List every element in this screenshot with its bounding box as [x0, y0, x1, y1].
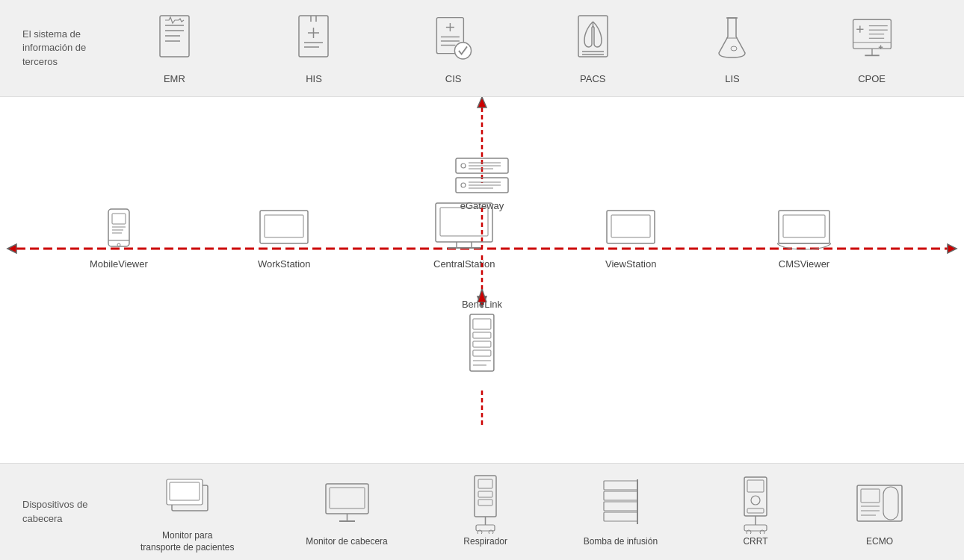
- cms-viewer-label: CMSViewer: [779, 258, 829, 270]
- svg-point-105: [751, 496, 760, 505]
- svg-rect-112: [861, 489, 880, 503]
- device-monitor-cabecera: Monitor de cabecera: [306, 476, 387, 548]
- svg-rect-99: [604, 491, 637, 500]
- middle-section: eGateway MobileViewer WorkStat: [0, 97, 964, 463]
- svg-point-46: [461, 183, 466, 187]
- svg-rect-76: [473, 332, 491, 338]
- benelink-area: BeneLink: [462, 299, 502, 373]
- bottom-section-label: Dispositivos de cabecera: [22, 498, 105, 525]
- svg-rect-70: [779, 211, 829, 243]
- emr-icon: [152, 13, 197, 69]
- his-label: HIS: [306, 73, 322, 84]
- cpoe-icon: [850, 13, 895, 69]
- his-icon: [291, 13, 336, 69]
- bottom-section: Dispositivos de cabecera Monitor paratra…: [0, 463, 964, 560]
- svg-rect-108: [744, 525, 767, 531]
- mobile-viewer-device: MobileViewer: [90, 208, 148, 270]
- bomba-label: Bomba de infusión: [584, 536, 658, 548]
- top-section: El sistema de información de terceros EM…: [0, 0, 964, 97]
- svg-rect-57: [112, 214, 126, 224]
- respirador-icon: [460, 476, 512, 532]
- device-respirador: Respirador: [460, 476, 512, 548]
- emr-label: EMR: [164, 73, 185, 84]
- benelink-icon: [466, 313, 498, 373]
- svg-rect-69: [611, 215, 650, 237]
- mobile-viewer-icon: [101, 208, 137, 254]
- benelink-down-connector: [475, 391, 489, 428]
- device-crrt: CRRT: [729, 476, 782, 548]
- device-bomba: Bomba de infusión: [584, 476, 658, 548]
- benelink-arrow: [475, 289, 489, 302]
- svg-rect-71: [783, 215, 825, 237]
- svg-rect-78: [473, 350, 491, 356]
- bomba-icon: [594, 476, 646, 532]
- central-station-icon: [434, 202, 494, 254]
- ecmo-label: ECMO: [866, 536, 893, 548]
- svg-rect-64: [440, 208, 488, 236]
- crrt-icon: [729, 476, 782, 532]
- workstation-device: WorkStation: [258, 208, 311, 270]
- view-station-device: ViewStation: [605, 208, 656, 270]
- svg-point-18: [454, 42, 471, 58]
- cis-icon: [431, 13, 476, 69]
- svg-rect-90: [475, 476, 496, 517]
- pacs-icon: [570, 13, 615, 69]
- workstation-label: WorkStation: [258, 258, 311, 270]
- egateway-icon: [452, 157, 512, 196]
- cms-viewer-device: CMSViewer: [777, 208, 831, 270]
- crrt-label: CRRT: [743, 536, 767, 548]
- system-his: HIS: [291, 13, 336, 84]
- system-cis: CIS: [431, 13, 476, 84]
- svg-rect-98: [604, 481, 637, 490]
- lis-icon: [710, 13, 755, 69]
- device-ecmo: ECMO: [853, 476, 906, 548]
- svg-rect-68: [607, 211, 655, 243]
- svg-rect-75: [473, 319, 491, 329]
- respirador-label: Respirador: [463, 536, 507, 548]
- device-monitor-transport: Monitor paratransporte de pacientes: [140, 470, 234, 553]
- view-station-label: ViewStation: [605, 258, 656, 270]
- cpoe-label: CPOE: [858, 73, 886, 84]
- svg-rect-113: [883, 487, 898, 520]
- monitor-cabecera-label: Monitor de cabecera: [306, 536, 387, 548]
- svg-marker-82: [478, 289, 486, 302]
- svg-rect-104: [747, 480, 764, 492]
- monitor-transport-label: Monitor paratransporte de pacientes: [140, 530, 234, 553]
- cms-viewer-icon: [777, 208, 831, 254]
- svg-rect-62: [265, 215, 303, 237]
- svg-rect-84: [167, 479, 203, 505]
- svg-rect-86: [326, 484, 368, 514]
- svg-rect-100: [604, 502, 637, 511]
- svg-marker-53: [948, 244, 957, 253]
- monitor-transport-icon: [161, 470, 214, 526]
- pacs-label: PACS: [580, 73, 605, 84]
- svg-rect-93: [478, 500, 492, 505]
- svg-rect-87: [330, 488, 365, 508]
- svg-rect-91: [478, 479, 492, 488]
- system-pacs: PACS: [570, 13, 615, 84]
- system-emr: EMR: [152, 13, 197, 84]
- monitor-cabecera-icon: [321, 476, 373, 532]
- systems-row: EMR HIS: [105, 13, 942, 84]
- lis-label: LIS: [725, 73, 740, 84]
- ecmo-icon: [853, 476, 906, 532]
- top-section-label: El sistema de información de terceros: [22, 28, 105, 69]
- svg-marker-51: [7, 244, 16, 253]
- svg-point-25: [731, 46, 737, 51]
- cis-label: CIS: [445, 73, 462, 84]
- system-cpoe: CPOE: [850, 13, 895, 84]
- svg-rect-77: [473, 341, 491, 347]
- mobile-viewer-label: MobileViewer: [90, 258, 148, 270]
- svg-rect-106: [747, 508, 764, 513]
- view-station-icon: [605, 208, 656, 254]
- svg-rect-74: [470, 314, 494, 371]
- workstation-icon: [259, 208, 309, 254]
- svg-rect-101: [604, 512, 637, 521]
- svg-rect-61: [260, 211, 308, 243]
- svg-rect-92: [478, 491, 492, 497]
- svg-marker-38: [478, 97, 486, 108]
- devices-row: Monitor paratransporte de pacientes Moni…: [105, 470, 942, 553]
- svg-point-41: [461, 164, 466, 168]
- system-lis: LIS: [710, 13, 755, 84]
